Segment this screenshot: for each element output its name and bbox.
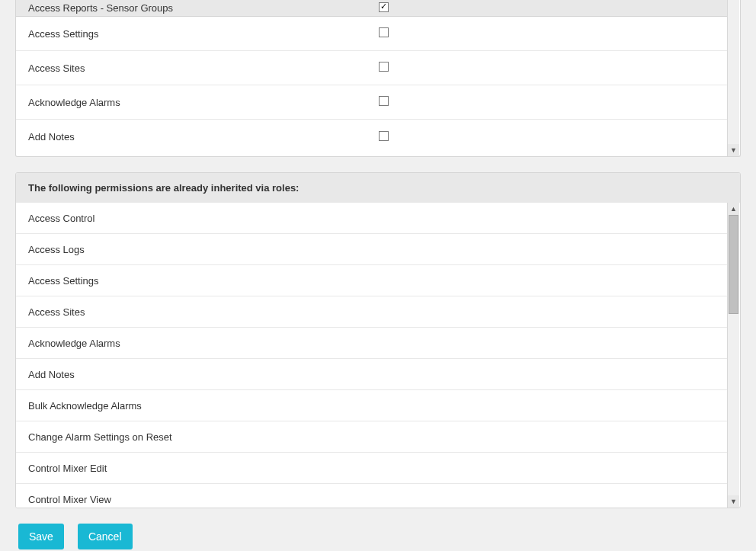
scroll-up-icon[interactable]: ▲ bbox=[728, 203, 739, 215]
permission-label: Add Notes bbox=[28, 131, 379, 143]
permissions-panel: Access Reports - Sensor Groups Access Se… bbox=[15, 0, 741, 157]
inherited-permission-label: Access Sites bbox=[28, 306, 85, 318]
permission-checkbox[interactable] bbox=[379, 131, 389, 141]
inherited-permission-label: Access Logs bbox=[28, 244, 85, 255]
scroll-down-icon[interactable]: ▼ bbox=[728, 495, 739, 508]
inherited-permission-row: Bulk Acknowledge Alarms bbox=[16, 390, 728, 421]
permission-checkbox[interactable] bbox=[379, 2, 389, 12]
inherited-permission-label: Bulk Acknowledge Alarms bbox=[28, 400, 142, 412]
permissions-row-header-cut: Access Reports - Sensor Groups bbox=[16, 0, 728, 17]
form-actions: Save Cancel bbox=[15, 524, 741, 551]
inherited-permission-row: Access Sites bbox=[16, 296, 728, 328]
inherited-permission-label: Control Mixer Edit bbox=[28, 463, 107, 474]
permission-checkbox[interactable] bbox=[379, 96, 389, 106]
save-button[interactable]: Save bbox=[18, 524, 64, 549]
permission-label: Access Settings bbox=[28, 28, 379, 40]
inherited-permission-row: Control Mixer Edit bbox=[16, 453, 728, 484]
permission-label: Access Sites bbox=[28, 62, 379, 74]
permissions-row: Access Sites bbox=[16, 51, 728, 85]
inherited-permission-row: Control Mixer View bbox=[16, 484, 728, 508]
inherited-permission-label: Acknowledge Alarms bbox=[28, 338, 120, 349]
inherited-permission-row: Change Alarm Settings on Reset bbox=[16, 421, 728, 453]
inherited-permission-label: Control Mixer View bbox=[28, 494, 111, 505]
inherited-permission-row: Access Control bbox=[16, 203, 728, 234]
inherited-permission-row: Acknowledge Alarms bbox=[16, 328, 728, 359]
permission-checkbox[interactable] bbox=[379, 62, 389, 72]
inherited-permissions-panel: The following permissions are already in… bbox=[15, 172, 741, 508]
inherited-permission-label: Access Control bbox=[28, 213, 94, 224]
scroll-thumb[interactable] bbox=[729, 215, 738, 314]
inherited-permission-label: Access Settings bbox=[28, 275, 99, 287]
scrollbar[interactable]: ▼ bbox=[727, 0, 739, 156]
inherited-permission-row: Access Settings bbox=[16, 265, 728, 296]
inherited-permissions-header: The following permissions are already in… bbox=[16, 173, 740, 203]
permissions-row: Access Settings bbox=[16, 17, 728, 51]
inherited-permission-row: Access Logs bbox=[16, 234, 728, 265]
permissions-row: Acknowledge Alarms bbox=[16, 85, 728, 120]
permission-checkbox[interactable] bbox=[379, 27, 389, 37]
inherited-permission-row: Add Notes bbox=[16, 359, 728, 390]
permission-label: Acknowledge Alarms bbox=[28, 97, 379, 108]
scrollbar[interactable]: ▲ ▼ bbox=[727, 203, 739, 508]
inherited-permission-label: Change Alarm Settings on Reset bbox=[28, 431, 172, 443]
cancel-button[interactable]: Cancel bbox=[78, 524, 133, 549]
permission-label: Access Reports - Sensor Groups bbox=[28, 2, 379, 14]
scroll-down-icon[interactable]: ▼ bbox=[728, 144, 739, 156]
permissions-row: Add Notes bbox=[16, 120, 728, 154]
inherited-permission-label: Add Notes bbox=[28, 369, 75, 380]
